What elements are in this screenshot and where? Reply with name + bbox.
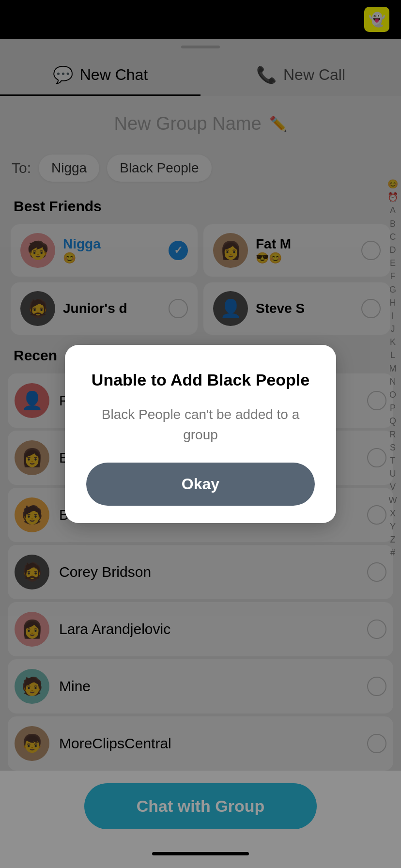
- modal-box: Unable to Add Black People Black People …: [65, 345, 336, 523]
- modal-body: Black People can't be added to a group: [86, 404, 315, 445]
- modal-overlay: Unable to Add Black People Black People …: [0, 0, 401, 868]
- modal-title: Unable to Add Black People: [86, 369, 315, 390]
- modal-okay-button[interactable]: Okay: [86, 463, 315, 506]
